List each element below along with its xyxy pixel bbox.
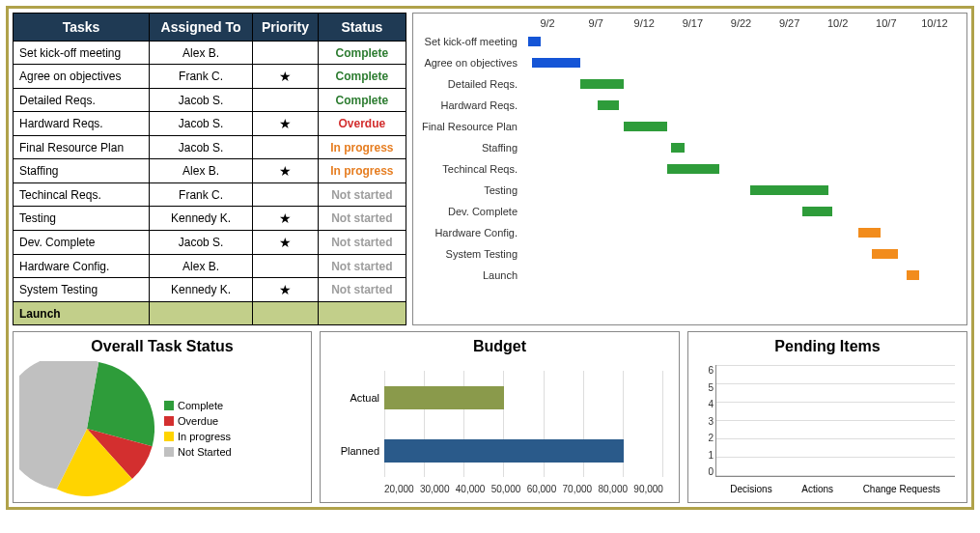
status-cell: Not started [318,231,406,255]
gantt-rows: Set kick-off meetingAgree on objectivesD… [417,31,959,286]
pending-xaxis: DecisionsActionsChange Requests [715,484,955,494]
priority-cell: ★ [253,231,319,255]
gantt-label: System Testing [417,248,523,260]
gantt-date-tick: 10/7 [862,17,910,29]
budget-tick: 50,000 [491,484,521,494]
pending-ytick: 4 [700,399,714,409]
col-assigned: Assigned To [150,14,253,42]
legend-swatch [164,416,174,426]
task-cell: Testing [14,207,150,231]
pending-ytick: 2 [700,433,714,443]
gantt-row: Launch [417,265,959,286]
task-cell: Detailed Reqs. [14,89,150,112]
launch-row[interactable]: Launch [14,302,406,325]
gantt-label: Agree on objectives [417,57,523,69]
gantt-date-axis: 9/29/79/129/179/229/2710/210/710/12 [523,17,959,29]
assigned-cell: Jacob S. [150,112,253,136]
pending-bars [716,365,955,476]
budget-tick: 60,000 [527,484,557,494]
gantt-date-tick: 9/22 [716,17,765,29]
gantt-row: Hardware Config. [417,222,959,243]
budget-tick: 30,000 [420,484,450,494]
budget-label: Planned [326,445,379,457]
gantt-label: Detailed Reqs. [417,78,523,90]
priority-cell [253,136,319,159]
pie-card: Overall Task Status CompleteOverdueIn pr… [13,331,312,503]
pie-chart [19,361,154,496]
priority-cell [253,89,319,112]
gantt-label: Dev. Complete [417,206,523,217]
pending-ytick: 3 [700,416,714,427]
status-cell: Complete [318,42,406,65]
pending-xlabel: Actions [801,484,833,494]
gantt-label: Testing [417,184,523,196]
gantt-bar [532,58,580,68]
legend-item: Not Started [164,446,232,458]
gantt-bar [580,79,624,89]
priority-cell: ★ [253,278,319,302]
budget-tick: 40,000 [456,484,486,494]
legend-swatch [164,401,174,410]
status-cell: Complete [318,89,406,112]
dashboard-container: Tasks Assigned To Priority Status Set ki… [6,6,974,510]
table-row[interactable]: Hardward Reqs.Jacob S.★Overdue [14,112,406,136]
budget-bar [384,386,504,409]
priority-cell [253,42,319,65]
pending-card: Pending Items 6543210 DecisionsActionsCh… [687,331,967,503]
pie-title: Overall Task Status [19,338,305,355]
status-cell: Not started [318,255,406,278]
gantt-label: Final Resource Plan [417,121,523,132]
status-cell: Overdue [318,112,406,136]
gantt-row: Agree on objectives [417,52,959,73]
priority-cell [253,183,319,207]
gantt-date-tick: 9/12 [620,17,668,29]
gantt-date-tick: 9/27 [766,17,814,29]
gantt-label: Staffing [417,142,523,154]
table-row[interactable]: TestingKennedy K.★Not started [14,207,406,231]
pending-yaxis: 6543210 [700,365,714,477]
budget-bars: ActualPlanned [384,371,663,477]
table-row[interactable]: Set kick-off meetingAlex B.Complete [14,42,406,65]
priority-cell: ★ [253,65,319,89]
status-cell: Not started [318,183,406,207]
budget-tick: 80,000 [598,484,628,494]
col-priority: Priority [253,14,319,42]
pending-ytick: 1 [700,450,714,461]
gantt-date-tick: 10/2 [814,17,862,29]
table-row[interactable]: Techincal Reqs.Frank C.Not started [14,183,406,207]
table-row[interactable]: Final Resource PlanJacob S.In progress [14,136,406,159]
task-cell: Dev. Complete [14,231,150,255]
task-cell: Techincal Reqs. [14,183,150,207]
assigned-cell: Kennedy K. [150,207,253,231]
gantt-bar [802,207,833,216]
table-row[interactable]: System TestingKennedy K.★Not started [14,278,406,302]
task-cell: Agree on objectives [14,65,150,89]
budget-bar [384,439,624,463]
assigned-cell: Alex B. [150,255,253,278]
pending-xlabel: Decisions [730,484,771,494]
gantt-row: Final Resource Plan [417,116,959,137]
assigned-cell: Jacob S. [150,231,253,255]
table-row[interactable]: Agree on objectivesFrank C.★Complete [14,65,406,89]
gantt-row: Detailed Reqs. [417,73,959,95]
budget-tick: 90,000 [633,484,663,494]
task-table-panel: Tasks Assigned To Priority Status Set ki… [13,13,406,325]
gantt-bar [528,37,542,46]
gantt-bar [858,228,881,238]
priority-cell: ★ [253,112,319,136]
table-row[interactable]: Dev. CompleteJacob S.★Not started [14,231,406,255]
assigned-cell: Jacob S. [150,89,253,112]
priority-cell: ★ [253,207,319,231]
task-cell: Hardward Reqs. [14,112,150,136]
task-table: Tasks Assigned To Priority Status Set ki… [13,13,406,325]
budget-tick: 70,000 [563,484,593,494]
gantt-row: Testing [417,180,959,201]
legend-swatch [164,432,174,441]
table-row[interactable]: Detailed Reqs.Jacob S.Complete [14,89,406,112]
task-cell: Hardware Config. [14,255,150,278]
table-row[interactable]: Hardware Config.Alex B.Not started [14,255,406,278]
legend-label: Overdue [178,415,218,427]
legend-label: Complete [178,400,223,411]
bottom-charts: Overall Task Status CompleteOverdueIn pr… [13,331,967,503]
table-row[interactable]: StaffingAlex B.★In progress [14,159,406,183]
